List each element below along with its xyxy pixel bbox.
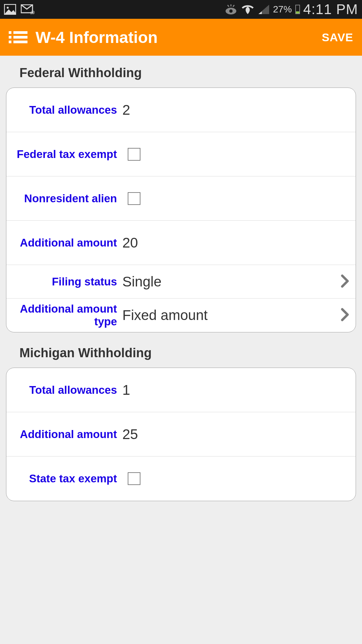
label-additional-amount: Additional amount (11, 428, 122, 441)
value-total-allowances: 2 (122, 102, 349, 118)
menu-icon[interactable] (9, 30, 27, 45)
svg-rect-6 (9, 31, 11, 34)
label-additional-amount-type: Additional amount type (11, 303, 122, 328)
value-additional-amount: 20 (122, 235, 349, 251)
battery-icon (295, 5, 300, 14)
value-filing-status: Single (122, 274, 341, 290)
chevron-right-icon (341, 274, 349, 289)
svg-point-5 (229, 9, 233, 13)
label-federal-tax-exempt: Federal tax exempt (11, 148, 122, 161)
label-additional-amount: Additional amount (11, 236, 122, 249)
signal-icon (258, 4, 270, 15)
eye-icon (224, 4, 238, 15)
svg-point-1 (7, 7, 9, 9)
value-additional-amount-type: Fixed amount (122, 307, 341, 323)
value-total-allowances: 1 (122, 382, 349, 398)
checkbox-federal-tax-exempt[interactable] (128, 148, 140, 161)
chevron-right-icon (341, 308, 349, 323)
label-nonresident-alien: Nonresident alien (11, 192, 122, 205)
row-state-tax-exempt[interactable]: State tax exempt (6, 457, 356, 501)
svg-rect-10 (9, 41, 11, 43)
value-additional-amount: 25 (122, 426, 349, 442)
section-title-michigan: Michigan Withholding (6, 342, 356, 368)
label-filing-status: Filing status (11, 275, 122, 288)
svg-rect-8 (9, 36, 11, 39)
checkbox-state-tax-exempt[interactable] (128, 472, 140, 485)
row-nonresident-alien[interactable]: Nonresident alien (6, 176, 356, 221)
label-total-allowances: Total allowances (11, 384, 122, 396)
mail-icon: @ (21, 4, 35, 14)
label-state-tax-exempt: State tax exempt (11, 472, 122, 485)
wifi-icon (241, 4, 254, 15)
status-right: 27% 4:11 PM (224, 1, 358, 17)
page-title: W-4 Information (36, 28, 314, 47)
status-left: @ (4, 4, 35, 15)
battery-percent: 27% (273, 4, 292, 15)
svg-text:@: @ (30, 10, 35, 14)
row-filing-status[interactable]: Filing status Single (6, 265, 356, 299)
svg-rect-9 (13, 36, 27, 39)
app-bar: W-4 Information SAVE (0, 19, 362, 56)
svg-rect-7 (13, 31, 27, 34)
row-total-allowances-federal[interactable]: Total allowances 2 (6, 88, 356, 132)
status-bar: @ 27% 4:11 PM (0, 0, 362, 19)
row-additional-amount-michigan[interactable]: Additional amount 25 (6, 412, 356, 457)
card-federal: Total allowances 2 Federal tax exempt No… (6, 88, 356, 332)
svg-rect-11 (13, 41, 27, 43)
card-michigan: Total allowances 1 Additional amount 25 … (6, 368, 356, 501)
checkbox-nonresident-alien[interactable] (128, 192, 140, 205)
label-total-allowances: Total allowances (11, 104, 122, 116)
row-additional-amount-federal[interactable]: Additional amount 20 (6, 221, 356, 265)
row-federal-tax-exempt[interactable]: Federal tax exempt (6, 132, 356, 176)
save-button[interactable]: SAVE (322, 31, 353, 44)
status-clock: 4:11 PM (303, 1, 358, 17)
row-total-allowances-michigan[interactable]: Total allowances 1 (6, 368, 356, 412)
row-additional-amount-type[interactable]: Additional amount type Fixed amount (6, 299, 356, 332)
image-icon (4, 4, 16, 15)
section-title-federal: Federal Withholding (6, 62, 356, 88)
content: Federal Withholding Total allowances 2 F… (0, 56, 362, 501)
